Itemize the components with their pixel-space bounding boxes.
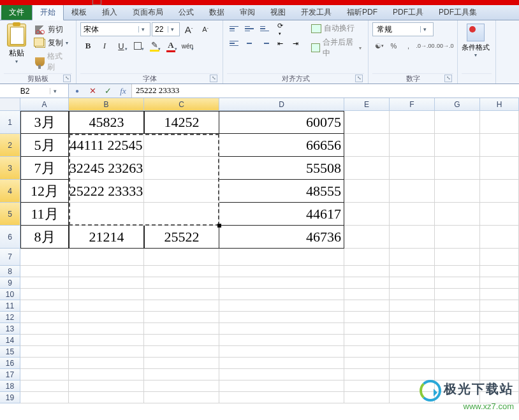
cell-G16[interactable] [435, 358, 480, 369]
cell-B3[interactable]: 32245 23263 [69, 157, 144, 180]
cell-A4[interactable]: 12月 [20, 180, 69, 203]
cell-H7[interactable] [480, 249, 519, 266]
cell-B4[interactable]: 25222 23333 [69, 180, 144, 203]
cell-G7[interactable] [435, 249, 480, 266]
cell-F11[interactable] [390, 300, 435, 312]
cell-E13[interactable] [344, 323, 390, 335]
tab-2[interactable]: 插入 [94, 4, 125, 20]
cell-G2[interactable] [435, 134, 480, 157]
align-right-button[interactable] [258, 37, 272, 50]
cell-H1[interactable] [480, 111, 519, 134]
cell-G12[interactable] [435, 312, 480, 323]
cell-A13[interactable] [20, 323, 69, 335]
cell-F14[interactable] [390, 335, 435, 346]
col-header-A[interactable]: A [20, 98, 69, 111]
col-header-E[interactable]: E [344, 98, 390, 111]
cell-E12[interactable] [344, 312, 390, 323]
cell-E19[interactable] [344, 392, 390, 403]
cell-B5[interactable] [69, 203, 144, 226]
cell-E8[interactable] [344, 266, 390, 277]
cell-C1[interactable]: 14252 [144, 111, 219, 134]
shrink-font-button[interactable]: Aˇ [198, 22, 213, 36]
cell-E14[interactable] [344, 335, 390, 346]
wrap-text-button[interactable]: 自动换行 [309, 22, 364, 34]
cell-H5[interactable] [480, 203, 519, 226]
tab-8[interactable]: 开发工具 [293, 4, 339, 20]
col-header-D[interactable]: D [219, 98, 344, 111]
row-header-18[interactable]: 18 [0, 380, 20, 392]
cell-C7[interactable] [144, 249, 219, 266]
cell-B17[interactable] [69, 369, 144, 380]
cell-B9[interactable] [69, 277, 144, 289]
cell-F1[interactable] [390, 111, 435, 134]
cell-B6[interactable]: 21214 [69, 226, 144, 249]
cell-A19[interactable] [20, 392, 69, 403]
dialog-launcher-icon[interactable]: ⤡ [444, 75, 452, 82]
cell-D4[interactable]: 48555 [219, 180, 344, 203]
cell-A12[interactable] [20, 312, 69, 323]
cell-D7[interactable] [219, 249, 344, 266]
cell-E15[interactable] [344, 346, 390, 358]
tab-file[interactable]: 文件 [1, 4, 32, 20]
row-headers[interactable]: 12345678910111213141516171819 [0, 111, 20, 403]
row-header-8[interactable]: 8 [0, 266, 20, 277]
cell-A2[interactable]: 5月 [20, 134, 69, 157]
cell-H12[interactable] [480, 312, 519, 323]
cell-H16[interactable] [480, 358, 519, 369]
cell-F12[interactable] [390, 312, 435, 323]
cell-H9[interactable] [480, 277, 519, 289]
tab-0[interactable]: 开始 [32, 4, 64, 20]
cell-D18[interactable] [219, 380, 344, 392]
cell-C14[interactable] [144, 335, 219, 346]
cell-C11[interactable] [144, 300, 219, 312]
dialog-launcher-icon[interactable]: ⤡ [355, 75, 363, 82]
cell-C2[interactable] [144, 134, 219, 157]
font-name-select[interactable]: 宋体▾ [80, 22, 150, 36]
cell-B13[interactable] [69, 323, 144, 335]
cell-F10[interactable] [390, 289, 435, 300]
align-left-button[interactable] [227, 37, 241, 50]
cell-C13[interactable] [144, 323, 219, 335]
chevron-down-icon[interactable]: ▾ [50, 88, 60, 94]
row-header-7[interactable]: 7 [0, 249, 20, 266]
cell-F3[interactable] [390, 157, 435, 180]
cell-H11[interactable] [480, 300, 519, 312]
row-header-10[interactable]: 10 [0, 289, 20, 300]
tab-7[interactable]: 视图 [263, 4, 293, 20]
cell-F4[interactable] [390, 180, 435, 203]
cell-E2[interactable] [344, 134, 390, 157]
cell-C3[interactable] [144, 157, 219, 180]
cell-A17[interactable] [20, 369, 69, 380]
cell-A11[interactable] [20, 300, 69, 312]
cell-D10[interactable] [219, 289, 344, 300]
cells-area[interactable]: 3月4582314252600755月44111 22545666567月322… [20, 111, 519, 403]
cell-F9[interactable] [390, 277, 435, 289]
cell-G14[interactable] [435, 335, 480, 346]
cell-C16[interactable] [144, 358, 219, 369]
align-center-button[interactable] [242, 37, 256, 50]
cell-H10[interactable] [480, 289, 519, 300]
cell-D15[interactable] [219, 346, 344, 358]
cell-G4[interactable] [435, 180, 480, 203]
cell-A18[interactable] [20, 380, 69, 392]
formula-input[interactable]: 25222 23333 [131, 84, 519, 98]
cancel-icon[interactable]: ✕ [87, 86, 98, 96]
cell-H4[interactable] [480, 180, 519, 203]
cell-C10[interactable] [144, 289, 219, 300]
row-header-12[interactable]: 12 [0, 312, 20, 323]
cell-A14[interactable] [20, 335, 69, 346]
cell-C17[interactable] [144, 369, 219, 380]
bold-button[interactable]: B [80, 39, 96, 53]
cell-B18[interactable] [69, 380, 144, 392]
cell-C9[interactable] [144, 277, 219, 289]
select-all-button[interactable] [0, 98, 20, 111]
cell-G6[interactable] [435, 226, 480, 249]
cell-F7[interactable] [390, 249, 435, 266]
paste-button[interactable]: 粘贴 ▾ [4, 22, 30, 73]
cell-H8[interactable] [480, 266, 519, 277]
tab-6[interactable]: 审阅 [232, 4, 263, 20]
cell-B1[interactable]: 45823 [69, 111, 144, 134]
row-header-15[interactable]: 15 [0, 346, 20, 358]
tab-3[interactable]: 页面布局 [125, 4, 171, 20]
cell-B12[interactable] [69, 312, 144, 323]
